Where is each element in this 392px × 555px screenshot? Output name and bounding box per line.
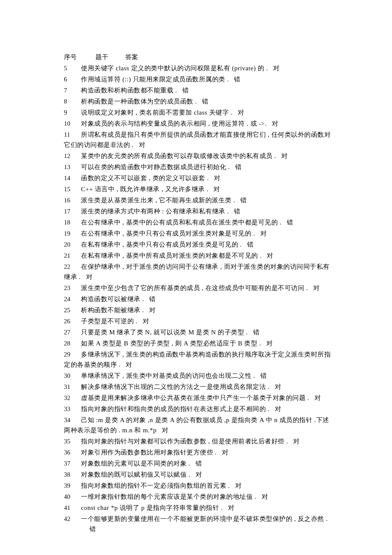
row-number: 12 <box>64 151 75 161</box>
question-text: 一维对象指针数组的每个元素应该是某个类的对象的地址值 . <box>81 493 257 500</box>
answer-text: 错 <box>247 241 254 248</box>
question-text: 对象数组的元素可以是不同类的对象 . <box>81 460 190 467</box>
table-row: 35指向对象的指针与对象都可以作为函数参数 , 但是使用前者比后者好些 .对 <box>64 436 332 446</box>
row-number: 8 <box>64 96 75 106</box>
answer-text: 错 <box>234 76 240 83</box>
answer-text: 对 <box>273 65 280 72</box>
table-row: 24构造函数可以被继承 .错 <box>64 294 332 304</box>
document-page: 序号 题干 答案 5使用关键字 class 定义的类中默认的访问权限是私有 (p… <box>0 0 392 555</box>
question-text: 只要是类 M 继承了类 N, 就可以说类 M 是类 N 的子类型 . <box>81 329 248 336</box>
row-number: 16 <box>64 195 75 205</box>
answer-text: 错 <box>196 460 202 467</box>
row-number: 9 <box>64 107 75 118</box>
question-text: 构造函数可以被继承 . <box>81 296 144 302</box>
row-number: 38 <box>64 469 75 480</box>
answer-text: 错 <box>240 197 247 204</box>
question-text: 对象数组的既可以赋初值又可以赋值 . <box>81 471 190 478</box>
question-text: 解决多继承情况下出现的二义性的方法之一是使用成员名限定法 . <box>81 383 270 390</box>
question-text: 虚基类是用来解决多继承中公共基类在派生类中只产生一个基类子对象的问题 . <box>81 394 309 401</box>
answer-text: 对 <box>139 141 145 148</box>
table-row: 34己知 :m 是类 A 的对象 ,n 是类 A 的公有数据成员 ,p 是指向类… <box>64 415 332 435</box>
row-number: 5 <box>64 63 75 73</box>
answer-text: 错 <box>202 98 208 105</box>
answer-text: 对 <box>214 175 220 181</box>
row-number: 17 <box>64 206 75 216</box>
row-number: 33 <box>64 404 75 414</box>
row-number: 27 <box>64 327 75 337</box>
answer-text: 错 <box>253 329 259 336</box>
question-text: 析构函数不能被继承 . <box>81 307 144 313</box>
answer-text: 对 <box>143 318 149 325</box>
question-text: 在保护继承中 , 对于派生类的访问同于公有继承 , 而对于派生类的对象的访问同于… <box>64 263 330 280</box>
table-row: 23派生类中至少包含了它的所有基类的成员 , 在这些成员中可能有的是不可访问 .… <box>64 283 332 293</box>
answer-text: 对 <box>293 438 300 445</box>
table-row: 21在私有继承中 , 基类中所有成员对派生类的对象都是不可见的 .对 <box>64 250 332 261</box>
question-text: 在私有继承中 , 基类中所有成员对派生类的对象都是不可见的 . <box>81 252 262 259</box>
answer-text: 对 <box>267 252 273 259</box>
table-row: 6作用域运算符 (::) 只能用来限定成员函数所属的类 .错 <box>64 74 332 84</box>
answer-text: 对 <box>196 471 202 478</box>
answer-text: 对 <box>86 273 92 280</box>
answer-text: 错 <box>234 208 240 215</box>
row-number: 32 <box>64 393 75 403</box>
answer-text: 对 <box>275 405 281 412</box>
table-row: 27只要是类 M 继承了类 N, 就可以说类 M 是类 N 的子类型 .错 <box>64 327 332 337</box>
question-text: 函数的定义不可以嵌套 , 类的定义可以嵌套 . <box>81 175 209 181</box>
table-row: 10对象成员的表示与结构变量成员的表示相同 , 使用运算符 . 或 ->.对 <box>64 118 332 129</box>
table-row: 25析构函数不能被继承 .对 <box>64 305 332 315</box>
row-number: 18 <box>64 217 75 227</box>
row-number: 7 <box>64 85 75 95</box>
header-answer: 答案 <box>125 52 138 62</box>
table-row: 30单继承情况下 , 派生类中对基类成员的访问也会出现二义性 .错 <box>64 371 332 381</box>
row-number: 36 <box>64 447 75 457</box>
question-text: 所谓私有成员是指只有类中所提供的成员函数才能直接使用它们 , 任何类以外的函数对… <box>64 131 331 148</box>
row-number: 22 <box>64 262 75 272</box>
answer-text: 错 <box>260 372 267 379</box>
question-text: 派生类中至少包含了它的所有基类的成员 , 在这些成员中可能有的是不可访问 . <box>81 285 308 291</box>
table-row: 33指向对象的指针和指向类的成员的指针在表达形式上是不相同的 .对 <box>64 404 332 414</box>
question-text: 派生类是从基类派生出来 , 它不能再生成新的派生类 . <box>81 197 235 204</box>
question-text: 说明或定义对象时 , 类名前面不需要加 class 关键字 . <box>81 109 233 116</box>
question-text: 指向对象数组的指针不一定必须指向数组的首元素 . <box>81 482 230 489</box>
answer-text: 对 <box>213 186 220 193</box>
question-text: 可以在类的构造函数中对静态数据成员进行初始化 . <box>81 164 230 170</box>
question-text: 析构函数是一种函数体为空的成员函数 . <box>81 98 197 105</box>
question-text: 单继承情况下 , 派生类中对基类成员的访问也会出现二义性 . <box>81 372 255 379</box>
table-row: 17派生类的继承方式中有两种 : 公有继承和私有继承 .错 <box>64 206 332 216</box>
answer-text: 对 <box>281 152 288 159</box>
table-row: 20在私有继承中 , 基类中只有公有成员对派生类是可见的 .错 <box>64 239 332 250</box>
answer-text: 对 <box>222 449 228 456</box>
row-number: 14 <box>64 173 75 183</box>
table-row: 31解决多继承情况下出现的二义性的方法之一是使用成员名限定法 .对 <box>64 382 332 392</box>
header-num: 序号 <box>64 52 77 62</box>
row-number: 41 <box>64 503 75 513</box>
row-number: 30 <box>64 371 75 381</box>
table-row: 15C++ 语言中 , 既允许单继承 , 又允许多继承 .对 <box>64 184 332 194</box>
question-text: 指向对象的指针和指向类的成员的指针在表达形式上是不相同的 . <box>81 405 270 412</box>
answer-text: 对 <box>238 109 244 116</box>
row-number: 28 <box>64 338 75 348</box>
answer-text: 对 <box>162 427 168 434</box>
row-number: 29 <box>64 349 75 359</box>
answer-text: 对 <box>149 307 156 313</box>
row-number: 19 <box>64 228 75 239</box>
question-text: C++ 语言中 , 既允许单继承 , 又允许多继承 . <box>81 186 208 193</box>
header-question: 题干 <box>95 52 108 62</box>
table-row: 14函数的定义不可以嵌套 , 类的定义可以嵌套 .对 <box>64 173 332 183</box>
question-text: 在私有继承中 , 基类中只有公有成员对派生类是可见的 . <box>81 241 242 248</box>
table-row: 11所谓私有成员是指只有类中所提供的成员函数才能直接使用它们 , 任何类以外的函… <box>64 129 332 150</box>
question-text: 使用关键字 class 定义的类中默认的访问权限是私有 (private) 的 … <box>81 65 268 72</box>
table-row: 26子类型是不可逆的 .对 <box>64 316 332 326</box>
question-text: 某类中的友元类的所有成员函数可以存取或修改该类中的私有成员 . <box>81 152 276 159</box>
answer-text: 对 <box>126 361 132 368</box>
row-number: 13 <box>64 162 75 172</box>
table-row: 42一个能够更新的变量使用在一个不能被更新的环境中是不破坏类型保护的 , 反之亦… <box>64 514 332 534</box>
row-number: 40 <box>64 492 75 502</box>
question-text: 一个能够更新的变量使用在一个不能被更新的环境中是不破坏类型保护的 , 反之亦然 … <box>81 515 328 522</box>
table-row: 38对象数组的既可以赋初值又可以赋值 .对 <box>64 469 332 480</box>
row-number: 26 <box>64 316 75 326</box>
row-number: 20 <box>64 239 75 250</box>
question-text: 对象引用作为函数参数比用对象指针更方便些 . <box>81 449 217 456</box>
answer-text: 错 <box>287 219 293 226</box>
answer-text: 对 <box>272 120 278 127</box>
